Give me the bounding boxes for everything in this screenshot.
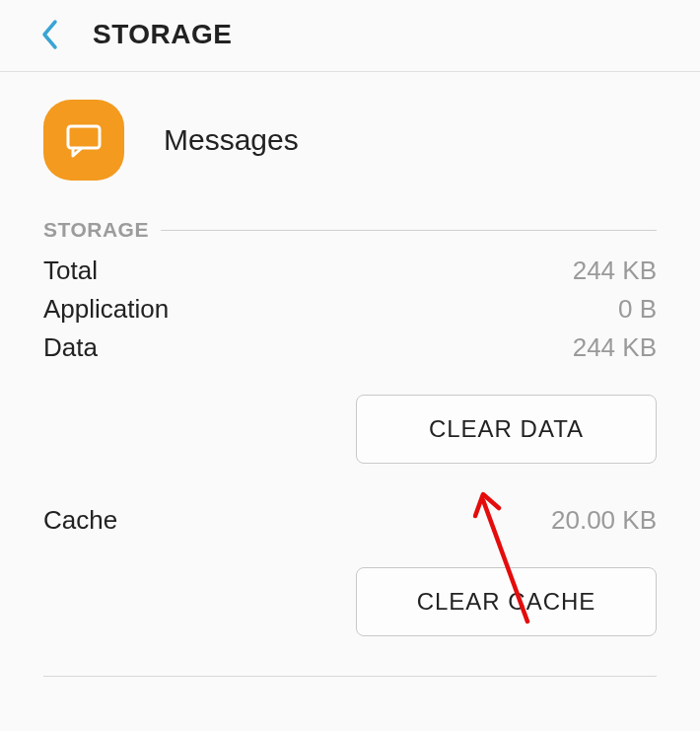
page-title: STORAGE [93, 19, 232, 50]
back-icon[interactable] [39, 18, 61, 51]
clear-cache-row: CLEAR CACHE [0, 540, 700, 654]
cache-row: Cache 20.00 KB [0, 481, 700, 540]
total-label: Total [43, 256, 98, 286]
data-label: Data [43, 332, 98, 363]
cache-label: Cache [43, 505, 117, 536]
clear-data-button[interactable]: CLEAR DATA [356, 395, 657, 464]
cache-value: 20.00 KB [551, 505, 657, 536]
total-value: 244 KB [573, 256, 657, 286]
application-value: 0 B [618, 294, 657, 325]
app-name: Messages [164, 123, 299, 157]
application-label: Application [43, 294, 169, 325]
svg-rect-0 [68, 126, 100, 148]
clear-cache-button[interactable]: CLEAR CACHE [356, 567, 657, 636]
header: STORAGE [0, 0, 700, 72]
section-header: STORAGE [0, 208, 700, 252]
app-info: Messages [0, 72, 700, 208]
clear-data-row: CLEAR DATA [0, 367, 700, 481]
data-row: Data 244 KB [0, 329, 700, 367]
data-value: 244 KB [573, 332, 657, 363]
messages-app-icon [43, 100, 124, 181]
section-label: STORAGE [43, 218, 149, 242]
application-row: Application 0 B [0, 290, 700, 329]
divider [43, 676, 657, 677]
total-row: Total 244 KB [0, 252, 700, 290]
divider [161, 230, 657, 231]
